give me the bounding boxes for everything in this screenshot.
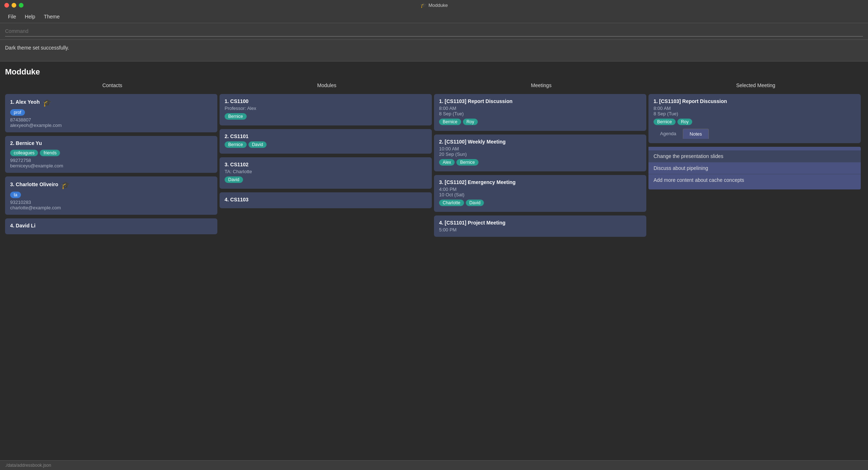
meeting-card-2[interactable]: 2. [CS1100] Weekly Meeting 10:00 AM 20 S… [434,134,646,171]
module-tags-1: Bernice [225,113,427,120]
meeting-tags-2: Alex Bernice [439,159,641,166]
contact-card-2[interactable]: 2. Bernice Yu colleagues friends 9927275… [5,136,217,173]
contact-name-2: 2. Bernice Yu [10,140,42,146]
main-content: Modduke Contacts 1. Alex Yeoh 🎓 prof 874… [0,61,868,454]
tag-bernice-mt2: Bernice [456,159,478,166]
tab-agenda[interactable]: Agenda [654,129,683,139]
selected-meeting-header: Selected Meeting [648,82,863,90]
contact-card-1[interactable]: 1. Alex Yeoh 🎓 prof 87438807 alexyeoh@ex… [5,94,217,132]
close-button[interactable] [4,3,9,8]
menu-theme[interactable]: Theme [40,12,63,21]
contact-email-3: charlotte@example.com [10,205,212,210]
contact-name: 1. Alex Yeoh [10,99,40,105]
note-item-2[interactable]: Discuss about pipelining [648,162,861,174]
contact-card-4[interactable]: 4. David Li [5,218,217,234]
tag-ta: ta [10,192,21,198]
selected-meeting-card: 1. [CS1103] Report Discussion 8:00 AM 8 … [648,94,861,143]
contact-name-row-4: 4. David Li [10,223,212,230]
notes-panel: Change the presentation slides Discuss a… [648,147,861,189]
modules-column: Modules 1. CS1100 Professor: Alex Bernic… [220,82,434,452]
tag-david-mt3: David [466,200,484,206]
contacts-column: Contacts 1. Alex Yeoh 🎓 prof 87438807 al… [5,82,220,452]
sm-title: 1. [CS1103] Report Discussion [654,98,856,104]
contacts-header: Contacts [5,82,220,90]
meeting-card-1[interactable]: 1. [CS1103] Report Discussion 8:00 AM 8 … [434,94,646,131]
selected-meeting-content: 1. [CS1103] Report Discussion 8:00 AM 8 … [648,94,863,452]
modules-list: 1. CS1100 Professor: Alex Bernice 2. CS1… [220,94,434,452]
sm-tags: Bernice Roy [654,119,856,125]
module-code-4: 4. CS1103 [225,197,427,202]
meeting-title-4: 4. [CS1101] Project Meeting [439,220,641,226]
file-path: ./data/addressbook.json [5,463,51,468]
bottom-bar: ./data/addressbook.json [0,460,868,470]
module-tags-2: Bernice David [225,141,427,148]
meeting-card-3[interactable]: 3. [CS1102] Emergency Meeting 4:00 PM 10… [434,175,646,212]
contact-phone-2: 99272758 [10,158,212,163]
module-card-3[interactable]: 3. CS1102 TA: Charlotte David [220,157,432,189]
command-input[interactable] [5,26,863,37]
tag-roy-sm: Roy [677,119,692,125]
sm-time: 8:00 AM [654,106,856,111]
minimize-button[interactable] [12,3,16,8]
title-bar: 🎓 Modduke [0,0,868,10]
menu-bar: File Help Theme [0,10,868,23]
tag-david-m3: David [225,176,243,183]
module-code-2: 2. CS1101 [225,133,427,139]
module-code-1: 1. CS1100 [225,98,427,104]
sm-tabs: Agenda Notes [654,129,856,139]
window-title: 🎓 Modduke [420,2,448,8]
meetings-list: 1. [CS1103] Report Discussion 8:00 AM 8 … [434,94,648,452]
module-card-1[interactable]: 1. CS1100 Professor: Alex Bernice [220,94,432,125]
title-icon: 🎓 [420,2,426,8]
module-role-1: Professor: Alex [225,106,427,111]
tag-bernice-sm: Bernice [654,119,676,125]
columns-wrapper: Contacts 1. Alex Yeoh 🎓 prof 87438807 al… [5,82,863,452]
contact-name-row-2: 2. Bernice Yu [10,140,212,148]
meeting-time-1: 8:00 AM [439,106,641,111]
sm-date: 8 Sep (Tue) [654,111,856,116]
app-title: Modduke [5,67,863,77]
tag-colleagues: colleagues [10,150,38,156]
note-item-1[interactable]: Change the presentation slides [648,150,861,162]
note-item-3[interactable]: Add more content about cache concepts [648,174,861,186]
modules-header: Modules [220,82,434,90]
tag-prof: prof [10,109,25,116]
tag-friends: friends [40,150,60,156]
command-area [0,23,868,40]
tab-notes[interactable]: Notes [683,129,709,139]
tag-bernice-m2: Bernice [225,141,247,148]
meeting-tags-1: Bernice Roy [439,119,641,125]
module-card-2[interactable]: 2. CS1101 Bernice David [220,129,432,154]
contact-phone: 87438807 [10,117,212,123]
meeting-time-3: 4:00 PM [439,187,641,192]
selected-meeting-column: Selected Meeting 1. [CS1103] Report Disc… [648,82,863,452]
module-card-4[interactable]: 4. CS1103 [220,192,432,208]
meetings-column: Meetings 1. [CS1103] Report Discussion 8… [434,82,648,452]
meeting-card-4[interactable]: 4. [CS1101] Project Meeting 5:00 PM [434,215,646,237]
contact-card-3[interactable]: 3. Charlotte Oliveiro 🎓 ta 93210283 char… [5,176,217,215]
tag-bernice-m1: Bernice [225,113,247,120]
meeting-title-3: 3. [CS1102] Emergency Meeting [439,179,641,185]
tag-bernice-mt1: Bernice [439,119,461,125]
menu-help[interactable]: Help [21,12,39,21]
status-message: Dark theme set successfully. [5,45,863,51]
meeting-date-3: 10 Oct (Sat) [439,192,641,197]
meeting-time-4: 5:00 PM [439,227,641,232]
contact-name-4: 4. David Li [10,223,35,228]
menu-file[interactable]: File [4,12,20,21]
contact-phone-3: 93210283 [10,200,212,205]
maximize-button[interactable] [19,3,24,8]
contact-email-2: berniceyu@example.com [10,163,212,168]
grad-icon-3: 🎓 [61,181,70,189]
contact-name-row: 1. Alex Yeoh 🎓 [10,98,212,107]
module-role-3: TA: Charlotte [225,169,427,174]
module-code-3: 3. CS1102 [225,162,427,167]
module-tags-3: David [225,176,427,183]
contact-tags-3: ta [10,192,212,198]
contact-tags-2: colleagues friends [10,150,212,156]
tag-david-m2: David [248,141,267,148]
traffic-lights [4,3,24,8]
tag-alex-mt2: Alex [439,159,455,166]
contact-name-row-3: 3. Charlotte Oliveiro 🎓 [10,181,212,189]
contact-email: alexyeoh@example.com [10,123,212,128]
